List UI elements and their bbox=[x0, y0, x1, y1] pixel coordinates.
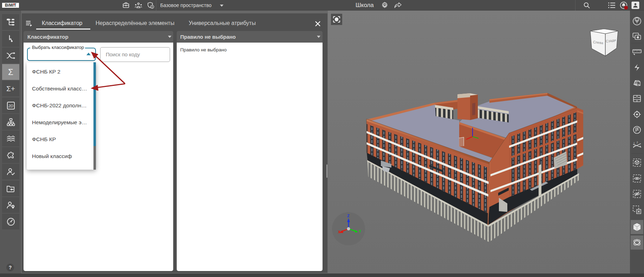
svg-text:Y: Y bbox=[359, 229, 362, 233]
svg-text:Z: Z bbox=[347, 214, 350, 218]
svg-text:X: X bbox=[338, 230, 341, 234]
svg-text:2D: 2D bbox=[8, 103, 13, 108]
svg-text:2: 2 bbox=[637, 141, 638, 144]
svg-text:1: 1 bbox=[633, 142, 635, 144]
